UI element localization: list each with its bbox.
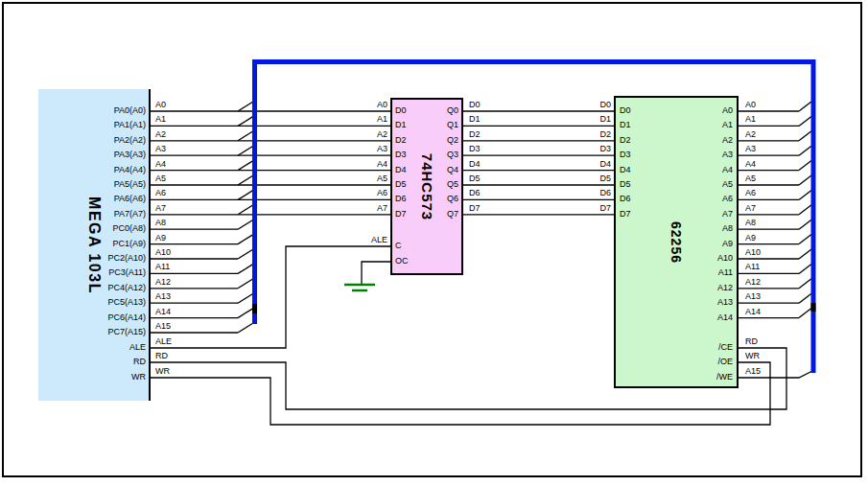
net-label-latch-in-a1: A1 [330, 114, 387, 124]
net-label-d7-left: D7 [469, 203, 481, 213]
pin-label-latch-q0: Q0 [401, 105, 458, 116]
pin-label-sram-d3: D3 [620, 150, 631, 160]
bus-entry-right-a6 [799, 190, 811, 199]
pin-label-mcu: PA1(A1) [40, 120, 146, 130]
pin-label-mcu: PC2(A10) [40, 253, 146, 264]
net-label-a14: A14 [155, 307, 171, 316]
pin-label-sram-ctl: /CE [675, 342, 733, 353]
net-label-d6-right: D6 [553, 188, 611, 197]
pin-label-sram-d4: D4 [620, 165, 631, 175]
pin-label-sram-a3: A3 [675, 150, 733, 160]
bus-entry-left-a6 [238, 190, 253, 199]
pin-label-mcu: PA7(A7) [40, 209, 146, 220]
bus-entry-right-a8 [799, 220, 811, 229]
net-label-ctl-right: RD [745, 336, 758, 346]
pin-label-sram-d5: D5 [620, 179, 631, 190]
bus-entry-right-a13 [799, 293, 811, 303]
bus-entry-left-a3 [238, 146, 253, 155]
bus-entry-left-a14 [238, 309, 253, 318]
bus-entry-left-a2 [238, 131, 253, 141]
net-label-sram-a3: A3 [745, 144, 756, 153]
pin-label-latch-q2: Q2 [401, 135, 458, 146]
bus-entry-left-a1 [238, 116, 253, 126]
bus-entry-right-a10 [799, 249, 811, 259]
net-label-sram-a2: A2 [745, 129, 756, 139]
net-label-ctl-left: ALE [155, 336, 172, 346]
net-label-sram-a8: A8 [745, 218, 756, 227]
net-label-a12: A12 [155, 277, 171, 287]
pin-label-sram-a2: A2 [675, 135, 733, 146]
pin-label-mcu: PC0(A8) [40, 223, 146, 234]
net-label-latch-in-a7: A7 [330, 203, 387, 213]
bus-entry-left-a8 [238, 220, 253, 229]
bus-entry-left-a5 [238, 175, 253, 185]
pin-label-sram-a1: A1 [675, 120, 733, 130]
net-label-d3-left: D3 [469, 144, 481, 153]
net-label-d6-left: D6 [469, 188, 481, 197]
pin-label-latch-q6: Q6 [401, 194, 458, 204]
pin-label-mcu: PC4(A12) [40, 283, 146, 293]
net-label-a5: A5 [155, 174, 166, 183]
net-label-sram-a11: A11 [745, 262, 760, 271]
pin-label-mcu: PA0(A0) [40, 105, 146, 116]
bus-junction-tick-right [811, 303, 816, 312]
pin-label-sram-a5: A5 [675, 179, 733, 190]
pin-label-sram-d2: D2 [620, 135, 631, 146]
net-label-sram-a4: A4 [745, 159, 756, 169]
pin-label-mcu: PA5(A5) [40, 179, 146, 190]
net-label-a15: A15 [155, 321, 171, 331]
net-label-a6: A6 [155, 188, 166, 197]
pin-label-sram-a10: A10 [675, 253, 733, 264]
bus-entry-left-a15 [238, 323, 253, 333]
bus-entry-right-a7 [799, 205, 811, 215]
pin-label-sram-a11: A11 [675, 267, 733, 278]
net-label-a11: A11 [155, 262, 170, 271]
pin-label-sram-a7: A7 [675, 209, 733, 220]
pin-label-sram-a6: A6 [675, 194, 733, 204]
pin-label-mcu: ALE [40, 342, 146, 353]
net-label-latch-in-a2: A2 [330, 129, 387, 139]
bus-entry-right-a1 [799, 116, 811, 126]
pin-label-sram-ctl: /WE [675, 372, 733, 382]
net-label-sram-a0: A0 [745, 100, 756, 109]
pin-label-latch-q4: Q4 [401, 165, 458, 175]
net-label-a10: A10 [155, 247, 171, 257]
net-label-a0: A0 [155, 100, 166, 109]
net-label-a1: A1 [155, 114, 166, 124]
bus-entry-right-a2 [799, 131, 811, 141]
pin-label-sram-a14: A14 [675, 312, 733, 323]
pin-label-sram-d7: D7 [620, 209, 631, 220]
pin-label-mcu: PC7(A15) [40, 327, 146, 337]
net-label-d7-right: D7 [553, 203, 611, 213]
net-label-sram-a9: A9 [745, 233, 756, 243]
pin-label-mcu: RD [40, 357, 146, 367]
net-label-ctl-left: WR [155, 366, 170, 376]
net-label-a4: A4 [155, 159, 166, 169]
pin-label-sram-a0: A0 [675, 105, 733, 116]
net-label-sram-a7: A7 [745, 203, 756, 213]
pin-label-latch-q1: Q1 [401, 120, 458, 130]
bus-entry-left-a10 [238, 249, 253, 259]
net-label-d1-right: D1 [553, 114, 611, 124]
pin-label-mcu: PA6(A6) [40, 194, 146, 204]
net-label-sram-a6: A6 [745, 188, 756, 197]
bus-entry-left-a9 [238, 235, 253, 244]
pin-label-sram-d0: D0 [620, 105, 631, 116]
pin-label-sram-a4: A4 [675, 165, 733, 175]
net-label-latch-ale: ALE [330, 235, 387, 244]
bus-entry-left-a4 [238, 161, 253, 171]
net-label-d3-right: D3 [553, 144, 611, 153]
net-label-d4-left: D4 [469, 159, 481, 169]
pin-label-mcu: PC6(A14) [40, 312, 146, 323]
bus-entry-right-a12 [799, 279, 811, 289]
pin-label-sram-a9: A9 [675, 239, 733, 249]
net-label-sram-a14: A14 [745, 307, 761, 316]
net-label-d0-right: D0 [553, 100, 611, 109]
pin-label-mcu: PC3(A11) [40, 267, 146, 278]
pin-label-sram-a12: A12 [675, 283, 733, 293]
net-label-a13: A13 [155, 291, 171, 301]
net-label-ctl-right: A15 [745, 366, 761, 376]
bus-entry-right-a4 [799, 161, 811, 171]
net-label-ctl-left: RD [155, 351, 168, 360]
bus-entry-left-a13 [238, 293, 253, 303]
